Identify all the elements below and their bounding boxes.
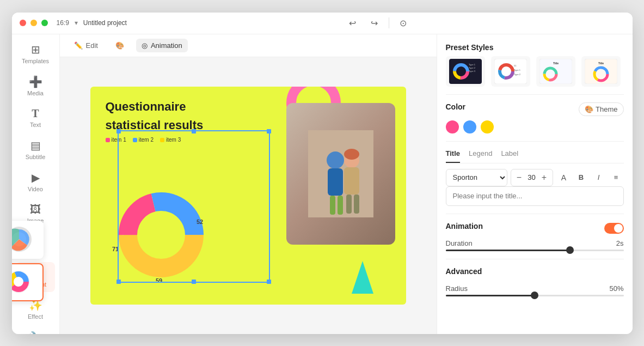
align-button[interactable]: ≡ xyxy=(609,170,624,185)
sidebar-item-video[interactable]: ▶ Video xyxy=(16,167,55,197)
radius-slider-thumb[interactable] xyxy=(531,292,538,299)
svg-text:59: 59 xyxy=(156,277,162,284)
thumbnail-panel xyxy=(12,221,44,301)
preset-styles-section: Preset Styles Type 1 Type 2 Type 3 xyxy=(446,43,624,87)
tab-edit[interactable]: ✏️ Edit xyxy=(69,39,103,52)
title-text-input[interactable] xyxy=(446,186,624,206)
text-icon: T xyxy=(32,107,39,120)
svg-point-29 xyxy=(457,68,465,75)
property-tabs-section: Title Legend Label Sporton − 30 + A B I xyxy=(446,149,624,206)
animation-section: Animation Duration 2s xyxy=(446,222,624,251)
font-selector[interactable]: Sporton xyxy=(446,169,507,186)
thumbnail-2[interactable] xyxy=(12,263,44,301)
svg-text:52: 52 xyxy=(197,218,203,225)
color-header: Color 🎨 Theme xyxy=(446,102,624,116)
font-size-value: 30 xyxy=(526,173,537,181)
color-swatch-3[interactable] xyxy=(481,120,494,133)
templates-icon: ⊞ xyxy=(31,43,40,56)
sidebar-item-subtitle[interactable]: ▤ Subtitle xyxy=(16,135,55,165)
svg-text:Title: Title xyxy=(553,62,559,65)
divider-4 xyxy=(446,259,624,259)
project-title: Untitled project xyxy=(83,19,127,27)
bold-button[interactable]: B xyxy=(574,170,589,185)
video-icon: ▶ xyxy=(32,171,40,184)
animation-label: Animation xyxy=(446,222,483,230)
tab-label[interactable]: Label xyxy=(501,149,518,163)
aspect-ratio-selector[interactable]: 16:9 xyxy=(57,19,69,27)
chart-title-line1: Questionnaire xyxy=(106,100,391,114)
legend-dot-2 xyxy=(133,138,137,142)
radius-value: 50% xyxy=(609,284,623,293)
duration-row: Duration 2s xyxy=(446,239,624,247)
sidebar-item-media[interactable]: ➕ Media xyxy=(16,71,55,101)
color-section: Color 🎨 Theme xyxy=(446,102,624,133)
tab-design[interactable]: 🎨 xyxy=(110,39,130,52)
decrease-size-button[interactable]: − xyxy=(514,173,524,183)
advanced-section: Advanced Radius 50% xyxy=(446,267,624,296)
slide-tabs: ✏️ Edit 🎨 ◎ Animation xyxy=(60,34,437,57)
color-swatch-1[interactable] xyxy=(446,120,459,133)
legend-dot-1 xyxy=(106,138,110,142)
color-swatch-2[interactable] xyxy=(463,120,476,133)
svg-point-21 xyxy=(137,211,185,259)
redo-button[interactable]: ↪ xyxy=(367,15,382,31)
close-button[interactable] xyxy=(20,20,26,26)
increase-size-button[interactable]: + xyxy=(539,173,549,183)
svg-text:51: 51 xyxy=(514,64,517,67)
radius-slider[interactable] xyxy=(446,295,624,296)
maximize-button[interactable] xyxy=(41,20,48,26)
chart-legend: item 1 item 2 item 3 xyxy=(106,137,391,143)
settings-button[interactable]: ⊙ xyxy=(396,15,411,31)
preset-styles-title: Preset Styles xyxy=(446,43,624,52)
sidebar-item-tools[interactable]: 🔧 Tools xyxy=(16,326,55,334)
svg-text:Type 1: Type 1 xyxy=(514,69,521,71)
minimize-button[interactable] xyxy=(30,20,37,26)
color-title: Color xyxy=(446,102,466,111)
tab-title[interactable]: Title xyxy=(446,149,461,163)
svg-point-46 xyxy=(547,70,554,78)
duration-slider-thumb[interactable] xyxy=(566,246,574,254)
theme-button[interactable]: 🎨 Theme xyxy=(579,102,623,116)
svg-point-5 xyxy=(14,277,23,286)
preset-item-2[interactable]: 51 Type 1 Type 2 xyxy=(491,56,530,87)
legend-dot-3 xyxy=(160,138,164,142)
tab-legend[interactable]: Legend xyxy=(469,149,492,163)
format-buttons: A B I ≡ xyxy=(556,170,624,185)
advanced-label: Advanced xyxy=(446,267,482,276)
svg-point-37 xyxy=(502,68,510,75)
duration-slider[interactable] xyxy=(446,250,624,251)
legend-item-1: item 1 xyxy=(106,137,126,143)
preset-item-1[interactable]: Type 1 Type 2 Type 3 xyxy=(446,56,485,87)
font-color-button[interactable]: A xyxy=(556,170,572,185)
animation-row: Animation xyxy=(446,222,624,235)
image-icon: 🖼 xyxy=(30,203,41,216)
tools-icon: 🔧 xyxy=(29,331,42,334)
editor-area: Questionnaire statistical results item 1… xyxy=(60,57,437,334)
subtitle-icon: ▤ xyxy=(30,139,41,152)
color-swatches xyxy=(446,120,624,133)
donut-chart: 71 52 59 xyxy=(107,180,216,292)
divider-2 xyxy=(446,141,624,142)
italic-button[interactable]: I xyxy=(591,170,606,185)
thumbnail-1[interactable] xyxy=(12,221,44,259)
sidebar-item-text[interactable]: T Text xyxy=(16,103,55,132)
main-content: ✏️ Edit 🎨 ◎ Animation xyxy=(60,34,437,334)
advanced-header: Advanced xyxy=(446,267,624,280)
undo-button[interactable]: ↩ xyxy=(345,15,360,31)
canvas[interactable]: Questionnaire statistical results item 1… xyxy=(90,87,406,305)
preset-item-4[interactable]: Title xyxy=(581,56,621,87)
preset-item-3[interactable]: Title xyxy=(536,56,575,87)
legend-item-2: item 2 xyxy=(133,137,154,143)
tab-animation[interactable]: ◎ Animation xyxy=(136,39,188,52)
svg-text:71: 71 xyxy=(112,246,119,252)
sidebar-item-templates[interactable]: ⊞ Templates xyxy=(16,39,55,69)
animation-toggle[interactable] xyxy=(604,223,624,234)
svg-point-52 xyxy=(597,70,605,78)
design-icon: 🎨 xyxy=(115,41,124,50)
preset-grid: Type 1 Type 2 Type 3 51 Type 1 xyxy=(446,56,624,87)
divider-3 xyxy=(446,214,624,214)
duration-value: 2s xyxy=(616,239,624,247)
edit-icon: ✏️ xyxy=(74,41,83,50)
divider-1 xyxy=(446,94,624,95)
legend-item-3: item 3 xyxy=(160,137,181,143)
